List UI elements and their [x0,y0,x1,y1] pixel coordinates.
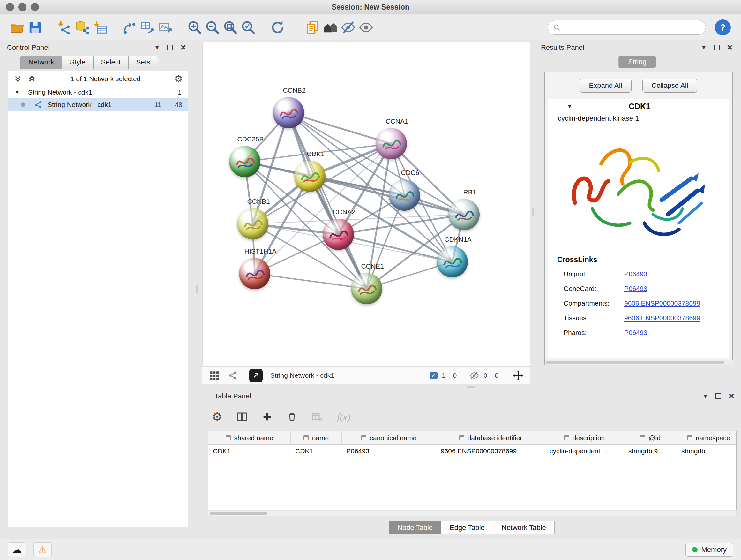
zoom-out-icon[interactable] [204,18,221,37]
home-networks-icon[interactable] [321,18,339,37]
column-header--id[interactable]: @id [624,431,677,444]
table-cell[interactable]: cyclin-dependent ... [545,445,624,457]
column-header-shared-name[interactable]: shared name [208,431,291,444]
save-session-icon[interactable] [26,18,44,37]
table-cell[interactable]: 9606.ENSP00000378699 [436,445,545,457]
network-row-selected[interactable]: String Network - cdk1 11 48 [8,98,188,111]
network-collection-row[interactable]: ▼ String Network - cdk1 1 [8,86,188,98]
import-table-icon[interactable] [91,18,109,37]
tab-string[interactable]: String [618,56,656,68]
show-columns-icon[interactable] [236,411,248,423]
tab-select[interactable]: Select [93,56,129,69]
right-splitter-handle[interactable] [532,208,534,216]
close-window-button[interactable] [6,3,14,11]
results-panel-close-icon[interactable]: ✕ [727,43,733,52]
results-panel-menu-icon[interactable]: ▼ [701,44,707,51]
warning-icon[interactable]: ⚠ [33,543,52,557]
network-node-ccnb2[interactable] [273,97,304,128]
node-table[interactable]: shared namenamecanonical namedatabase id… [208,431,737,510]
string-results-box: Expand All Collapse All ▼ CDK1 cyclin-de… [544,72,733,365]
network-node-hist1h1a[interactable] [239,258,270,289]
delete-column-icon[interactable] [286,412,297,422]
search-input[interactable] [564,23,700,31]
export-image-icon[interactable] [156,18,174,37]
table-cell[interactable]: P06493 [342,445,436,457]
column-header-canonical-name[interactable]: canonical name [342,431,436,444]
table-cell[interactable]: CDK1 [208,445,291,457]
table-horizontal-scrollbar[interactable] [208,511,737,516]
help-button[interactable]: ? [715,19,731,36]
network-node-cdkn1a[interactable] [436,246,468,277]
zoom-fit-icon[interactable] [221,18,239,37]
hidden-eye-slash-icon[interactable] [469,371,479,380]
memory-button[interactable]: Memory [685,543,733,557]
collection-collapse-icon[interactable]: ▼ [14,89,20,96]
control-panel-float-icon[interactable] [167,45,173,51]
table-cell[interactable]: stringdb [677,445,737,457]
zoom-selected-icon[interactable] [239,18,257,37]
left-splitter-handle[interactable] [196,285,199,293]
open-session-icon[interactable] [8,18,26,37]
column-header-name[interactable]: name [291,431,342,444]
tab-network[interactable]: Network [20,56,62,69]
zoom-in-icon[interactable] [186,18,204,37]
crosslink-link[interactable]: P06493 [624,270,647,278]
collapse-all-button[interactable]: Collapse All [643,78,697,92]
network-share-icon[interactable] [228,371,238,380]
tab-network-table[interactable]: Network Table [493,521,555,535]
import-network-file-icon[interactable] [56,18,73,37]
table-panel-close-icon[interactable]: ✕ [728,392,735,401]
network-node-rb1[interactable] [448,199,480,230]
add-column-icon[interactable] [262,412,273,422]
results-horizontal-scrollbar[interactable] [545,360,733,365]
tab-style[interactable]: Style [62,56,93,69]
network-table-icon[interactable] [138,18,156,37]
network-options-gear-icon[interactable]: ⚙ [174,74,183,84]
expand-all-networks-icon[interactable] [13,74,23,84]
network-node-ccnb1[interactable] [237,208,268,240]
tab-node-table[interactable]: Node Table [389,521,441,535]
network-node-cdc6[interactable] [389,179,420,211]
column-header-namespace[interactable]: namespace [677,431,737,444]
selected-nodes-checkbox-icon[interactable]: ✓ [430,372,437,379]
table-cell[interactable]: stringdb:9... [624,445,677,457]
crosslink-link[interactable]: 9606.ENSP00000378699 [624,300,700,307]
table-cell[interactable]: CDK1 [291,445,342,457]
pan-crosshair-icon[interactable] [513,370,524,381]
tab-sets[interactable]: Sets [129,56,158,69]
open-in-browser-button[interactable] [249,369,263,382]
network-canvas[interactable]: CCNB2CCNA1CDC25BCDK1CDC6RB1CCNB1CCNA2CDK… [202,42,530,367]
show-eye-icon[interactable] [357,18,375,37]
tab-edge-table[interactable]: Edge Table [441,521,493,535]
bottom-splitter-handle[interactable] [467,386,475,388]
zoom-window-button[interactable] [30,3,39,11]
results-panel-float-icon[interactable] [714,45,720,51]
network-from-selection-icon[interactable] [121,18,138,37]
expand-all-button[interactable]: Expand All [580,78,631,92]
column-header-description[interactable]: description [545,431,624,444]
network-node-ccna2[interactable] [323,219,354,250]
collapse-all-networks-icon[interactable] [27,74,37,84]
crosslink-link[interactable]: P06493 [624,285,647,293]
cloud-icon[interactable]: ☁ [8,543,26,557]
control-panel-close-icon[interactable]: ✕ [180,43,186,52]
import-network-database-icon[interactable] [73,18,91,37]
clipboard-document-icon[interactable] [304,18,321,37]
crosslink-link[interactable]: 9606.ENSP00000378699 [624,314,700,322]
birds-eye-grid-icon[interactable] [209,370,219,381]
control-panel-menu-icon[interactable]: ▼ [154,44,160,51]
table-panel-float-icon[interactable] [716,393,721,399]
refresh-icon[interactable] [269,18,286,37]
table-panel-menu-icon[interactable]: ▼ [702,393,709,400]
table-row[interactable]: CDK1CDK1P064939606.ENSP00000378699cyclin… [208,445,736,457]
column-header-database-identifier[interactable]: database identifier [436,431,545,444]
network-node-cdk1[interactable] [294,161,326,192]
network-node-ccna1[interactable] [376,128,407,159]
hide-unhide-icon[interactable] [339,18,357,37]
crosslink-link[interactable]: P06493 [624,329,647,336]
minimize-window-button[interactable] [18,3,26,11]
gene-collapse-icon[interactable]: ▼ [567,103,572,110]
network-node-ccne1[interactable] [351,273,382,304]
network-node-cdc25b[interactable] [229,146,260,177]
table-options-gear-icon[interactable]: ⚙ [212,411,222,423]
